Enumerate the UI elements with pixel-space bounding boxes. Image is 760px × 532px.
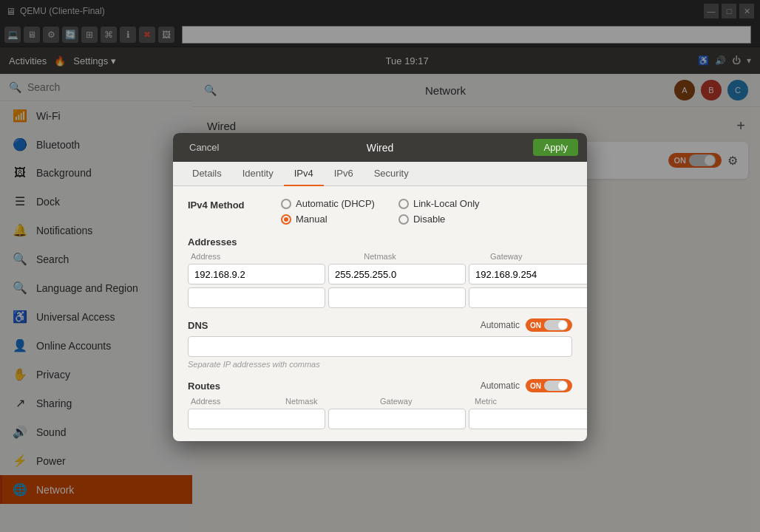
methods-left: Automatic (DHCP) Manual (281, 198, 375, 225)
routes-section: Routes Automatic ON Address Netmask (188, 379, 572, 429)
netmask-input-1[interactable] (328, 264, 466, 284)
dns-auto-label: Automatic (481, 320, 520, 330)
dns-label: DNS (188, 320, 208, 331)
routes-toggle[interactable]: ON (526, 379, 572, 392)
col-routes-netmask: Netmask (285, 397, 380, 406)
tab-ipv6[interactable]: IPv6 (324, 162, 364, 186)
col-netmask-label: Netmask (317, 252, 444, 261)
tab-security[interactable]: Security (364, 162, 419, 186)
tab-identity[interactable]: Identity (232, 162, 284, 186)
routes-address-input[interactable] (188, 409, 325, 429)
dns-section: DNS Automatic ON Separate IP addresses w… (188, 318, 572, 369)
routes-gateway-input[interactable] (469, 409, 587, 429)
dns-toggle-label: ON (530, 321, 541, 330)
dns-auto-toggle-row: Automatic ON (481, 318, 572, 332)
address-row-1: ✕ (188, 264, 572, 284)
ipv4-method-section: IPv4 Method Automatic (DHCP) Manual (188, 198, 572, 225)
dns-toggle-thumb (558, 321, 567, 330)
routes-auto-toggle-row: Automatic ON (481, 379, 572, 392)
routes-row-1: ✕ (188, 409, 572, 429)
radio-linklocal[interactable]: Link-Local Only (398, 198, 480, 209)
ipv4-method-label: IPv4 Method (188, 198, 269, 211)
radio-manual-label: Manual (296, 214, 328, 225)
address-row-2: ✕ (188, 287, 572, 308)
dialog-tabs: Details Identity IPv4 IPv6 Security (173, 162, 587, 186)
col-gateway-label: Gateway (443, 252, 569, 261)
col-routes-address: Address (191, 397, 285, 406)
routes-column-headers: Address Netmask Gateway Metric (188, 397, 572, 406)
dns-header-row: DNS Automatic ON (188, 318, 572, 332)
dialog-title: Wired (367, 142, 394, 154)
dialog-overlay: Cancel Wired Apply Details Identity IPv4… (0, 0, 760, 532)
routes-toggle-label: ON (530, 382, 541, 390)
radio-dot-manual (281, 214, 291, 225)
radio-disable[interactable]: Disable (398, 214, 480, 225)
ipv4-methods: Automatic (DHCP) Manual Link-Local Only (281, 198, 480, 225)
dialog-cancel-button[interactable]: Cancel (182, 139, 226, 156)
col-routes-metric: Metric (475, 397, 569, 406)
routes-toggle-track (544, 381, 568, 391)
netmask-input-2[interactable] (328, 287, 466, 308)
tab-details[interactable]: Details (182, 162, 232, 186)
radio-disable-label: Disable (413, 214, 445, 225)
wired-dialog: Cancel Wired Apply Details Identity IPv4… (173, 133, 587, 441)
routes-label: Routes (188, 381, 220, 392)
addr-column-headers: Address Netmask Gateway (188, 252, 572, 261)
addresses-section: Addresses Address Netmask Gateway ✕ (188, 236, 572, 308)
radio-linklocal-label: Link-Local Only (413, 198, 480, 209)
radio-dot-dhcp (281, 199, 291, 209)
dns-toggle[interactable]: ON (526, 318, 572, 332)
gateway-input-2[interactable] (469, 287, 587, 308)
col-routes-gateway: Gateway (380, 397, 475, 406)
address-input-2[interactable] (188, 287, 325, 308)
routes-header-row: Routes Automatic ON (188, 379, 572, 392)
gateway-input-1[interactable] (469, 264, 587, 284)
radio-dot-linklocal (398, 199, 409, 209)
radio-manual[interactable]: Manual (281, 214, 375, 225)
address-input-1[interactable] (188, 264, 325, 284)
dns-hint: Separate IP addresses with commas (188, 360, 572, 369)
dialog-title-bar: Cancel Wired Apply (173, 133, 587, 162)
tab-ipv4[interactable]: IPv4 (284, 162, 324, 186)
routes-toggle-thumb (558, 381, 567, 390)
routes-netmask-input[interactable] (328, 409, 466, 429)
routes-auto-label: Automatic (481, 381, 520, 391)
radio-dot-disable (398, 214, 409, 225)
dialog-apply-button[interactable]: Apply (533, 139, 578, 156)
methods-right: Link-Local Only Disable (398, 198, 480, 225)
dns-toggle-track (544, 320, 568, 330)
col-address-label: Address (191, 252, 317, 261)
addresses-header: Addresses (188, 236, 572, 248)
dialog-body: IPv4 Method Automatic (DHCP) Manual (173, 186, 587, 441)
radio-dhcp-label: Automatic (DHCP) (296, 198, 375, 209)
radio-dhcp[interactable]: Automatic (DHCP) (281, 198, 375, 209)
dns-input[interactable] (188, 336, 572, 357)
